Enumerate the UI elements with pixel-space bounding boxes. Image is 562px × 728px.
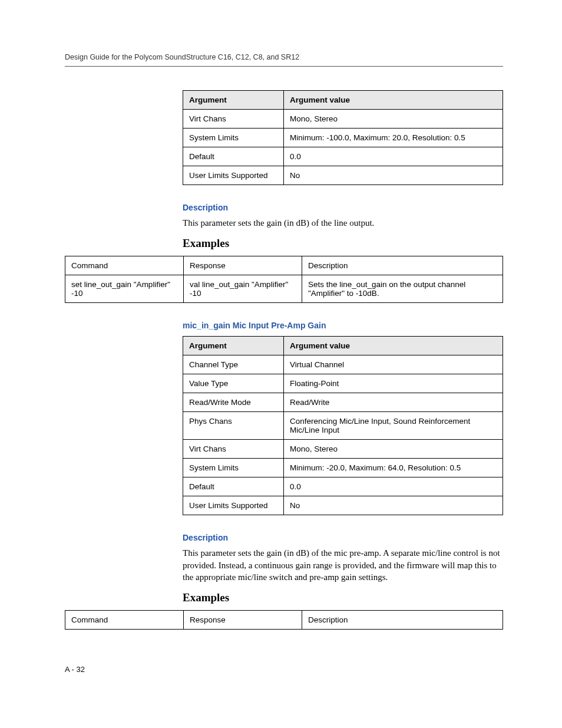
table-row: set line_out_gain "Amplifier" -10 val li…	[65, 275, 503, 303]
cell-val: Floating-Point	[284, 374, 503, 393]
examples-heading: Examples	[183, 237, 503, 250]
cell-val: Minimum: -100.0, Maximum: 20.0, Resoluti…	[284, 129, 503, 147]
table-row: Channel Type Virtual Channel	[183, 355, 503, 374]
cell-arg: Value Type	[183, 374, 284, 393]
examples-table-2: Command Response Description	[65, 610, 503, 630]
header-rule	[65, 66, 503, 67]
table-row: Read/Write Mode Read/Write	[183, 393, 503, 412]
cell-arg: Virt Chans	[183, 440, 284, 459]
arg-table-2: Argument Argument value Channel Type Vir…	[183, 336, 503, 515]
cell-val: No	[284, 166, 503, 185]
cell-val: Conferencing Mic/Line Input, Sound Reinf…	[284, 412, 503, 440]
description-heading: Description	[183, 203, 503, 212]
table-row: Default 0.0	[183, 147, 503, 166]
table-row: System Limits Minimum: -100.0, Maximum: …	[183, 129, 503, 147]
running-head: Design Guide for the Polycom SoundStruct…	[65, 53, 503, 61]
col-argument-value: Argument value	[284, 337, 503, 355]
cell-arg: Phys Chans	[183, 412, 284, 440]
cell-description: Sets the line_out_gain on the output cha…	[302, 275, 503, 303]
cell-response: val line_out_gain "Amplifier" -10	[184, 275, 302, 303]
description-text: This parameter sets the gain (in dB) of …	[183, 217, 503, 229]
cell-val: No	[284, 496, 503, 515]
cell-val: 0.0	[284, 477, 503, 496]
cell-arg: Default	[183, 477, 284, 496]
col-argument-value: Argument value	[284, 91, 503, 110]
examples-heading: Examples	[183, 591, 503, 604]
page-number: A - 32	[65, 665, 85, 674]
description-text: This parameter sets the gain (in dB) of …	[183, 547, 503, 583]
cell-arg: Read/Write Mode	[183, 393, 284, 412]
page: Design Guide for the Polycom SoundStruct…	[0, 0, 562, 728]
col-description: Description	[302, 611, 503, 630]
table-header-row: Argument Argument value	[183, 91, 503, 110]
table-header-row: Command Response Description	[65, 611, 503, 630]
col-argument: Argument	[183, 91, 284, 110]
cell-arg: System Limits	[183, 459, 284, 477]
section1-block: Argument Argument value Virt Chans Mono,…	[183, 90, 503, 250]
cell-arg: Virt Chans	[183, 110, 284, 129]
examples-table-1: Command Response Description set line_ou…	[65, 256, 503, 303]
col-argument: Argument	[183, 337, 284, 355]
table-row: Value Type Floating-Point	[183, 374, 503, 393]
cell-val: Mono, Stereo	[284, 110, 503, 129]
cell-val: Virtual Channel	[284, 355, 503, 374]
description-heading: Description	[183, 533, 503, 542]
section2-block: mic_in_gain Mic Input Pre-Amp Gain Argum…	[183, 321, 503, 604]
cell-command: set line_out_gain "Amplifier" -10	[65, 275, 184, 303]
parameter-title: mic_in_gain Mic Input Pre-Amp Gain	[183, 321, 503, 330]
cell-val: 0.0	[284, 147, 503, 166]
table-row: Virt Chans Mono, Stereo	[183, 440, 503, 459]
table-row: System Limits Minimum: -20.0, Maximum: 6…	[183, 459, 503, 477]
col-response: Response	[184, 611, 302, 630]
cell-val: Read/Write	[284, 393, 503, 412]
cell-val: Minimum: -20.0, Maximum: 64.0, Resolutio…	[284, 459, 503, 477]
cell-val: Mono, Stereo	[284, 440, 503, 459]
table-row: User Limits Supported No	[183, 496, 503, 515]
table-row: User Limits Supported No	[183, 166, 503, 185]
arg-table-1: Argument Argument value Virt Chans Mono,…	[183, 90, 503, 185]
cell-arg: System Limits	[183, 129, 284, 147]
col-command: Command	[65, 256, 184, 275]
table-row: Phys Chans Conferencing Mic/Line Input, …	[183, 412, 503, 440]
table-header-row: Command Response Description	[65, 256, 503, 275]
cell-arg: Default	[183, 147, 284, 166]
cell-arg: Channel Type	[183, 355, 284, 374]
table-row: Default 0.0	[183, 477, 503, 496]
col-description: Description	[302, 256, 503, 275]
col-response: Response	[184, 256, 302, 275]
cell-arg: User Limits Supported	[183, 496, 284, 515]
table-header-row: Argument Argument value	[183, 337, 503, 355]
table-row: Virt Chans Mono, Stereo	[183, 110, 503, 129]
cell-arg: User Limits Supported	[183, 166, 284, 185]
col-command: Command	[65, 611, 184, 630]
